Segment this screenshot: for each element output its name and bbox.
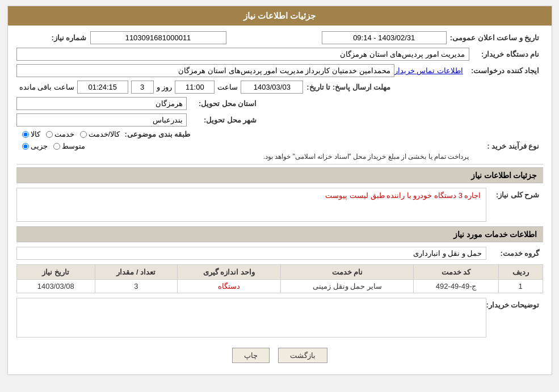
- noe-radio2-label: متوسط: [62, 142, 85, 150]
- back-button[interactable]: بازگشت: [278, 348, 327, 363]
- grohe-value: حمل و نقل و انبارداری: [16, 247, 486, 260]
- sharh-label: شرح کلی نیاز:: [486, 191, 543, 199]
- shahr-label: شهر محل تحویل:: [187, 116, 260, 124]
- mohlat-label: مهلت ارسال پاسخ: تا تاریخ:: [303, 83, 394, 91]
- tabghe-radio2[interactable]: [46, 131, 53, 138]
- noe-radio1[interactable]: [22, 143, 29, 150]
- col-header-code: کد خدمت: [414, 265, 499, 280]
- ijad-link[interactable]: اطلاعات تماس خریدار: [394, 66, 463, 75]
- noe-radio-group: متوسط جزیی: [22, 142, 469, 150]
- tabghe-radio1-label: کالا: [31, 130, 40, 138]
- sharh-value: اجاره 3 دستگاه خودرو با راننده طبق لیست …: [16, 188, 486, 222]
- ijad-value: محمدامین خدمتیان کاربرداز مدیریت امور پر…: [16, 64, 394, 77]
- noe-text: پرداخت تمام یا بخشی از مبلغ خریداز محل "…: [16, 153, 469, 161]
- col-header-count: تعداد / مقدار: [95, 265, 177, 280]
- grohe-label: گروه خدمت:: [486, 249, 543, 258]
- tozihat-label: توضیحات خریدار:: [486, 301, 543, 309]
- mohlat-saat-label: ساعت: [217, 83, 238, 91]
- noe-radio1-label: جزیی: [31, 142, 48, 150]
- name-dastgah-label: نام دستگاه خریدار:: [469, 50, 543, 58]
- tozihat-textarea[interactable]: [16, 298, 486, 338]
- tarikh-value: 1403/02/31 - 09:14: [322, 31, 447, 44]
- tabghe-radio3-label: کالا/خدمت: [89, 130, 120, 138]
- tabghe-radio1[interactable]: [22, 131, 29, 138]
- khadamat-section-header: اطلاعات خدمات مورد نیاز: [16, 226, 543, 242]
- sharh-content: اجاره 3 دستگاه خودرو با راننده طبق لیست …: [16, 188, 486, 222]
- noe-radio2[interactable]: [53, 143, 60, 150]
- mohlat-roz: 3: [131, 81, 154, 94]
- tabghe-radio-group: کالا/خدمت خدمت کالا: [22, 130, 120, 138]
- sharh-section-header: جزئیات اطلاعات نیاز: [16, 167, 543, 183]
- tabghe-label: طبقه بندی موضوعی:: [120, 130, 194, 138]
- mohlat-countdown: 01:24:15: [77, 81, 128, 94]
- ostan-value: هرمزگان: [16, 97, 187, 110]
- buttons-row: بازگشت چاپ: [16, 342, 543, 369]
- shomare-niaz-value: 1103091681000011: [90, 31, 226, 44]
- tarikh-label: تاریخ و ساعت اعلان عمومی:: [447, 33, 543, 42]
- name-dastgah-value: مدیریت امور پردیس‌های استان هرمزگان: [16, 48, 469, 61]
- shahr-value: بندرعباس: [16, 113, 187, 127]
- khadamat-table: ردیف کد خدمت نام خدمت واحد اندازه گیری ت…: [16, 264, 543, 293]
- mohlat-mande-label: ساعت باقی مانده: [19, 83, 74, 91]
- col-header-name: نام خدمت: [281, 265, 414, 280]
- mohlat-roz-label: روز و: [157, 83, 173, 91]
- ijad-label: ایجاد کننده درخواست:: [468, 66, 543, 75]
- mohlat-saat: 11:00: [175, 81, 215, 94]
- tabghe-radio3[interactable]: [80, 131, 87, 138]
- col-header-date: تاریخ نیاز: [16, 265, 95, 280]
- print-button[interactable]: چاپ: [232, 348, 270, 363]
- shomare-niaz-label: شماره نیاز:: [16, 33, 90, 42]
- page-title: جزئیات اطلاعات نیاز: [8, 6, 552, 26]
- ostan-label: استان محل تحویل:: [187, 99, 260, 108]
- col-header-radif: ردیف: [498, 265, 543, 280]
- noe-label: نوع فرآیند خرید :: [469, 142, 543, 150]
- table-row: 1ج-49-49-492سایر حمل ونقل زمینیدستگاه314…: [16, 280, 543, 293]
- mohlat-date: 1403/03/03: [241, 81, 303, 94]
- tabghe-radio2-label: خدمت: [54, 130, 74, 138]
- col-header-unit: واحد اندازه گیری: [177, 265, 281, 280]
